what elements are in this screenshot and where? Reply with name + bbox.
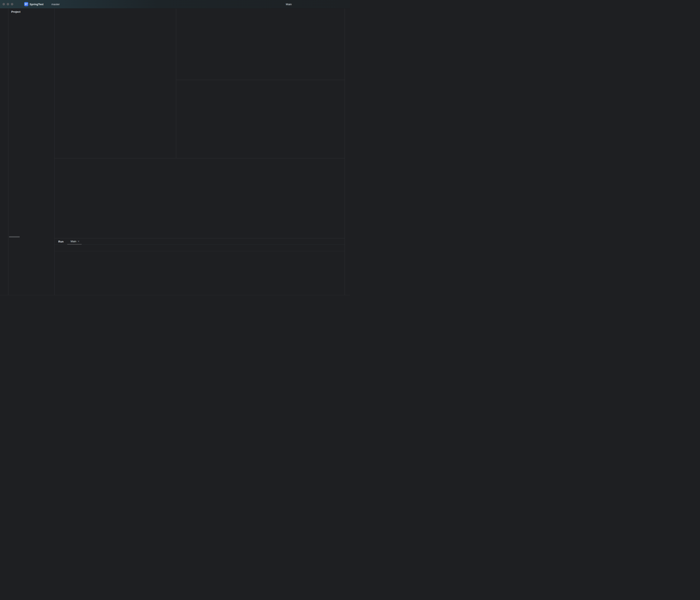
search-everywhere-button[interactable] [335,2,339,6]
project-widget[interactable]: ST SpringTest [24,2,45,6]
project-badge: ST [24,2,28,6]
project-name: SpringTest [30,3,44,6]
close-icon[interactable]: × [77,240,79,243]
editor-pane-application-xml [176,80,345,158]
run-config-selector[interactable]: Main [284,3,293,6]
zoom-window-icon[interactable] [11,3,13,5]
status-bar [0,295,350,300]
project-view-header[interactable]: Project [8,8,54,15]
console-output[interactable] [62,251,345,295]
branch-name: master [51,3,60,6]
minimize-window-icon[interactable] [7,3,9,5]
run-button[interactable] [296,2,300,6]
project-view-title: Project [11,10,20,13]
close-window-icon[interactable] [2,3,5,5]
editor-pane-student-java [54,8,176,158]
window-controls[interactable] [0,3,16,5]
editor-pane-studentaop-java [176,8,345,80]
titlebar-actions: Main [284,2,350,6]
branch-widget[interactable]: master [50,3,61,6]
tree-hscrollbar[interactable] [9,236,20,238]
editor-pane-main-java [54,158,345,238]
run-tab-main[interactable]: Main × [67,238,81,245]
settings-button[interactable] [343,2,347,6]
run-toolbar [54,245,345,251]
add-user-button[interactable] [327,2,332,6]
project-tool-window: Project [8,8,54,295]
run-config-name: Main [286,3,292,6]
left-tool-strip [0,8,8,295]
run-tool-window: Run Main × [54,238,345,295]
debug-button[interactable] [304,2,308,6]
right-tool-strip [345,8,350,295]
run-panel-title: Run [54,240,67,243]
console-toolbar [54,251,62,295]
more-actions-button[interactable] [311,2,316,6]
titlebar: ST SpringTest master Main [0,0,350,8]
run-tab-label: Main [71,240,76,243]
